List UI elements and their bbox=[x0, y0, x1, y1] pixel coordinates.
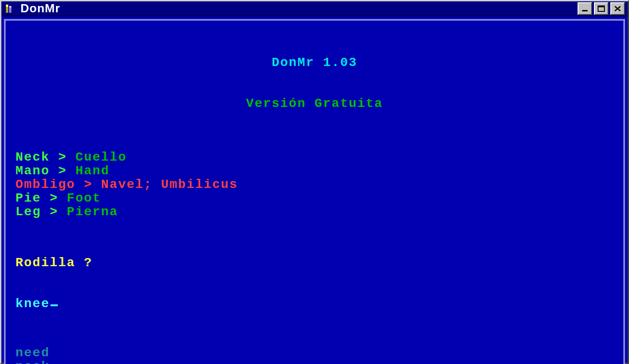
svg-rect-3 bbox=[9, 6, 11, 8]
prompt-line: Rodilla ? bbox=[15, 256, 614, 270]
history-translation: Cuello bbox=[76, 150, 127, 164]
titlebar: DonMr bbox=[1, 1, 628, 16]
input-line[interactable]: knee bbox=[15, 297, 614, 311]
history-term: Mano bbox=[15, 164, 50, 178]
prompt-block: Rodilla ? knee bbox=[15, 229, 614, 338]
history-line: Neck > Cuello bbox=[15, 151, 614, 164]
history-translation: Navel; Umbilicus bbox=[101, 177, 238, 192]
maximize-button[interactable] bbox=[594, 2, 609, 15]
app-header: DonMr 1.03 Versión Gratuita bbox=[15, 29, 614, 138]
history-separator: > bbox=[76, 177, 101, 192]
history-line: Ombligo > Navel; Umbilicus bbox=[15, 178, 614, 192]
svg-rect-1 bbox=[6, 5, 8, 7]
minimize-button[interactable] bbox=[578, 2, 592, 15]
svg-rect-4 bbox=[582, 10, 588, 11]
close-button[interactable] bbox=[610, 2, 625, 15]
history-separator: > bbox=[41, 205, 66, 219]
app-title: DonMr 1.03 bbox=[15, 56, 614, 70]
history-line: Pie > Foot bbox=[15, 192, 614, 205]
history-term: Pie bbox=[15, 191, 41, 205]
history-translation: Pierna bbox=[67, 205, 118, 219]
history-line: Leg > Pierna bbox=[15, 205, 614, 219]
app-window: DonMr DonMr 1.03 Versión Gratuita Neck >… bbox=[0, 0, 629, 364]
history-term: Neck bbox=[15, 150, 50, 164]
svg-rect-6 bbox=[598, 6, 604, 7]
history-term: Ombligo bbox=[15, 177, 76, 192]
terminal-area: DonMr 1.03 Versión Gratuita Neck > Cuell… bbox=[4, 19, 625, 364]
suggestions-list: needneeknee bbox=[15, 346, 614, 364]
app-icon bbox=[4, 3, 15, 14]
prompt-word: Rodilla bbox=[15, 256, 76, 270]
history-separator: > bbox=[41, 191, 66, 205]
user-input: knee bbox=[15, 297, 50, 311]
history-translation: Hand bbox=[76, 164, 110, 178]
window-controls bbox=[578, 2, 625, 15]
app-subtitle: Versión Gratuita bbox=[15, 97, 614, 111]
history-separator: > bbox=[50, 150, 75, 164]
suggestion-item[interactable]: need bbox=[15, 346, 614, 360]
window-title: DonMr bbox=[20, 1, 578, 15]
prompt-marker: ? bbox=[84, 256, 92, 270]
history-list: Neck > CuelloMano > HandOmbligo > Navel;… bbox=[15, 151, 614, 219]
history-line: Mano > Hand bbox=[15, 164, 614, 178]
history-separator: > bbox=[50, 164, 75, 178]
text-cursor bbox=[51, 304, 58, 306]
history-term: Leg bbox=[15, 205, 41, 219]
suggestion-item[interactable]: neek bbox=[15, 360, 614, 364]
history-translation: Foot bbox=[67, 191, 101, 205]
